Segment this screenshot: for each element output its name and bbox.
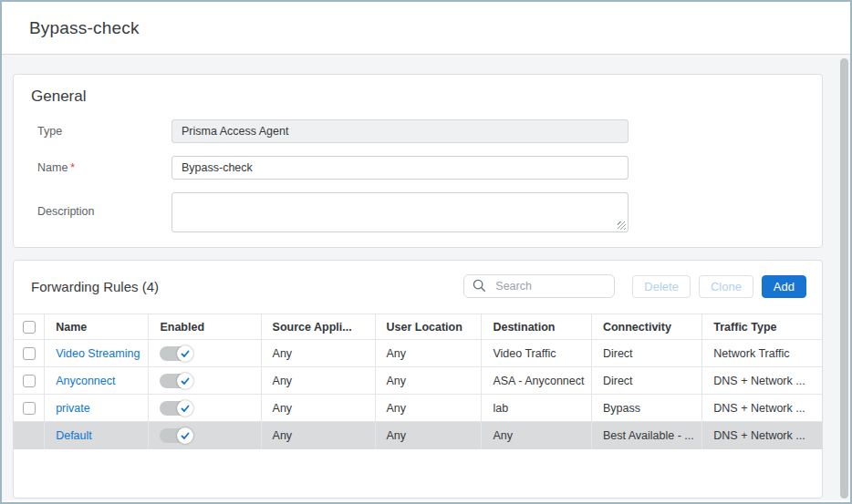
destination-cell: ASA - Anyconnect bbox=[482, 367, 591, 395]
traffic-type-cell: Network Traffic bbox=[702, 340, 822, 367]
connectivity-cell: Bypass bbox=[591, 395, 701, 422]
description-field[interactable] bbox=[171, 192, 629, 232]
connectivity-cell: Direct bbox=[591, 340, 701, 367]
type-field-label: Type bbox=[14, 125, 171, 138]
toggle-check-icon bbox=[177, 373, 193, 389]
delete-button[interactable]: Delete bbox=[632, 275, 691, 298]
connectivity-cell: Best Available - ... bbox=[591, 422, 701, 449]
page-header: Bypass-check bbox=[2, 2, 850, 55]
forwarding-rules-title: Forwarding Rules (4) bbox=[31, 279, 463, 294]
toggle-check-icon bbox=[177, 400, 193, 417]
rule-name-link[interactable]: Default bbox=[56, 429, 92, 442]
forwarding-rules-section: Forwarding Rules (4) Delete Clone Add bbox=[13, 260, 823, 499]
column-header-traffic-type: Traffic Type bbox=[702, 314, 822, 340]
user-location-cell: Any bbox=[375, 395, 482, 422]
destination-cell: Any bbox=[482, 422, 591, 449]
column-header-user-location: User Location bbox=[375, 314, 482, 340]
forwarding-rules-table: Name Enabled Source Appli... User Locati… bbox=[14, 314, 822, 449]
general-section-title: General bbox=[14, 87, 822, 106]
row-select-checkbox[interactable] bbox=[23, 375, 36, 387]
rule-name-link[interactable]: private bbox=[56, 402, 90, 415]
required-asterisk: * bbox=[70, 161, 75, 174]
description-field-label: Description bbox=[14, 192, 171, 218]
type-field-row: Type bbox=[14, 119, 822, 143]
page-title: Bypass-check bbox=[29, 18, 140, 38]
row-select-checkbox[interactable] bbox=[23, 347, 36, 360]
row-select-checkbox[interactable] bbox=[23, 402, 36, 415]
page-body: General Type Name* Description bbox=[2, 55, 850, 500]
enabled-toggle[interactable] bbox=[160, 428, 192, 443]
name-field[interactable] bbox=[171, 156, 629, 180]
table-row: private Any Any lab Bypass DNS + Network… bbox=[14, 395, 822, 422]
source-application-cell: Any bbox=[261, 340, 375, 367]
clone-button[interactable]: Clone bbox=[699, 275, 753, 298]
source-application-cell: Any bbox=[261, 367, 375, 395]
column-header-name: Name bbox=[45, 314, 149, 340]
table-header-row: Name Enabled Source Appli... User Locati… bbox=[14, 314, 822, 340]
search-icon bbox=[473, 279, 486, 293]
enabled-toggle[interactable] bbox=[160, 346, 192, 361]
vertical-scrollbar[interactable] bbox=[840, 58, 848, 499]
add-button[interactable]: Add bbox=[762, 275, 806, 298]
table-row: Anyconnect Any Any ASA - Anyconnect Dire… bbox=[14, 367, 822, 395]
column-header-enabled: Enabled bbox=[149, 314, 261, 340]
bypass-check-window: Bypass-check General Type Name* Descript… bbox=[0, 0, 852, 504]
toggle-check-icon bbox=[177, 345, 193, 362]
table-row-selected: Default Any Any Any Best Available - ...… bbox=[14, 422, 822, 449]
connectivity-cell: Direct bbox=[591, 367, 701, 395]
column-header-connectivity: Connectivity bbox=[591, 314, 701, 340]
name-field-label: Name* bbox=[14, 161, 171, 174]
empty-checkbox-cell bbox=[14, 422, 45, 449]
source-application-cell: Any bbox=[261, 395, 375, 422]
user-location-cell: Any bbox=[375, 367, 482, 395]
destination-cell: Video Traffic bbox=[482, 340, 591, 367]
traffic-type-cell: DNS + Network ... bbox=[702, 395, 822, 422]
destination-cell: lab bbox=[482, 395, 591, 422]
general-section: General Type Name* Description bbox=[13, 74, 823, 248]
table-row: Video Streaming Any Any Video Traffic Di… bbox=[14, 340, 822, 367]
user-location-cell: Any bbox=[375, 422, 482, 449]
type-field[interactable] bbox=[171, 119, 629, 143]
traffic-type-cell: DNS + Network ... bbox=[702, 422, 822, 449]
select-all-checkbox[interactable] bbox=[23, 321, 36, 334]
enabled-toggle[interactable] bbox=[160, 401, 192, 416]
description-field-row: Description bbox=[14, 192, 822, 232]
traffic-type-cell: DNS + Network ... bbox=[702, 367, 822, 395]
column-header-destination: Destination bbox=[482, 314, 591, 340]
source-application-cell: Any bbox=[261, 422, 375, 449]
forwarding-rules-header: Forwarding Rules (4) Delete Clone Add bbox=[14, 261, 822, 301]
toggle-check-icon bbox=[177, 427, 193, 444]
rule-name-link[interactable]: Anyconnect bbox=[56, 375, 115, 387]
search-box bbox=[463, 274, 615, 298]
enabled-toggle[interactable] bbox=[160, 374, 192, 388]
user-location-cell: Any bbox=[375, 340, 482, 367]
name-field-row: Name* bbox=[14, 156, 822, 180]
column-header-source-application: Source Appli... bbox=[261, 314, 375, 340]
rule-name-link[interactable]: Video Streaming bbox=[56, 347, 140, 360]
